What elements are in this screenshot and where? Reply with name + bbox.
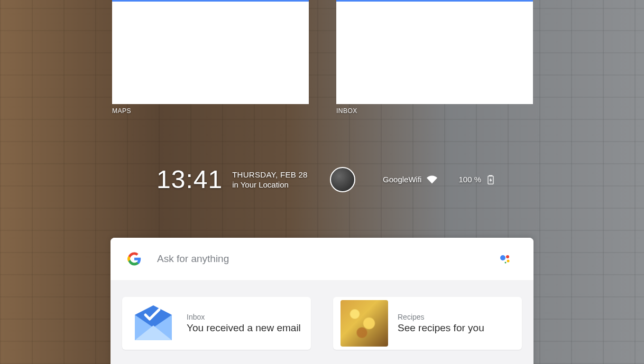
battery-status[interactable]: 100 % [458, 174, 496, 185]
search-input[interactable] [157, 253, 499, 265]
widget-maps-label: MAPS [112, 107, 309, 115]
recipes-thumbnail [341, 300, 388, 347]
card-inbox-title: Inbox [187, 313, 301, 321]
avatar[interactable] [330, 167, 355, 192]
clock-time: 13:41 [157, 165, 223, 194]
card-recipes-title: Recipes [398, 313, 484, 321]
card-inbox-body: You received a new email [187, 322, 301, 334]
wifi-status[interactable]: GoogleWifi [383, 174, 437, 185]
svg-point-5 [505, 262, 507, 264]
widget-inbox-card[interactable] [336, 0, 533, 104]
widget-maps-card[interactable] [112, 0, 309, 104]
svg-point-4 [507, 260, 510, 263]
card-inbox[interactable]: Inbox You received a new email [122, 297, 311, 350]
card-recipes[interactable]: Recipes See recipes for you [333, 297, 522, 350]
widget-maps[interactable]: MAPS [112, 0, 309, 115]
assistant-icon[interactable] [499, 253, 511, 265]
svg-point-3 [506, 255, 509, 258]
wifi-icon [427, 174, 437, 185]
assistant-panel: Inbox You received a new email Recipes S… [111, 238, 533, 364]
google-logo-icon [127, 252, 141, 266]
search-bar[interactable] [111, 238, 533, 280]
location-line: in Your Location [232, 180, 308, 189]
inbox-icon [130, 300, 177, 347]
status-row: 13:41 THURSDAY, FEB 28 in Your Location … [157, 165, 496, 194]
card-recipes-body: See recipes for you [398, 322, 484, 334]
date-line: THURSDAY, FEB 28 [232, 170, 308, 179]
battery-pct: 100 % [458, 175, 481, 184]
svg-point-2 [500, 255, 505, 260]
widget-inbox-label: INBOX [336, 107, 533, 115]
wifi-name: GoogleWifi [383, 175, 421, 184]
widget-inbox[interactable]: INBOX [336, 0, 533, 115]
battery-charging-icon [485, 174, 496, 185]
